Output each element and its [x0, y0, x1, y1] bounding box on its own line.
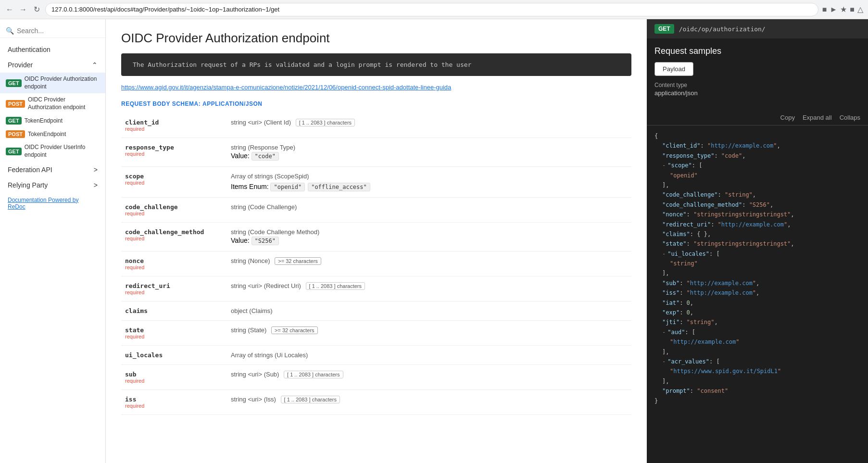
param-type-claims: object (Claims) [231, 307, 628, 314]
table-row: redirect_uri required string <uri> (Redi… [121, 276, 631, 301]
sidebar-provider-label: Provider [8, 61, 33, 69]
forward-button[interactable]: → [18, 5, 28, 14]
copy-button[interactable]: Copy [780, 114, 795, 121]
sidebar-item-provider[interactable]: Provider ⌃ [0, 57, 105, 73]
param-name-redirect-uri: redirect_uri [125, 282, 223, 289]
content-type-value: application/json [654, 89, 860, 97]
panel-actions: Copy Expand all Collaps [647, 110, 868, 125]
table-row: scope required Array of strings (ScopeSp… [121, 167, 631, 198]
table-row: code_challenge required string (Code Cha… [121, 198, 631, 223]
param-name-code-challenge-method: code_challenge_method [125, 228, 223, 236]
sidebar-get-userinfo-label: OIDC Provider UserInfo endpoint [25, 144, 98, 159]
expand-all-button[interactable]: Expand all [803, 114, 832, 121]
sidebar-item-post-token-endpoint[interactable]: POST TokenEndpoint [0, 127, 105, 141]
payload-button[interactable]: Payload [654, 62, 693, 76]
extensions-icon: ■ [822, 5, 827, 14]
param-name-code-challenge: code_challenge [125, 203, 223, 211]
char-badge-redirect-uri: [ 1 .. 2083 ] characters [306, 282, 365, 290]
description-box: The Authorization request of a RPs is va… [121, 53, 631, 76]
param-type-scope: Array of strings (ScopeSpid) [231, 173, 628, 180]
external-link[interactable]: https://www.agid.gov.it/it/agenzia/stamp… [121, 84, 631, 91]
param-name-sub: sub [125, 371, 223, 378]
param-type-code-challenge: string (Code Challenge) [231, 203, 628, 211]
param-name-response-type: response_type [125, 144, 223, 151]
puzzle-icon: ■ [850, 5, 855, 14]
get-badge-3: GET [6, 148, 22, 155]
table-row: iss required string <uri> (Iss) [ 1 .. 2… [121, 390, 631, 415]
param-type-code-challenge-method: string (Code Challenge Method) [231, 228, 628, 236]
page-title: OIDC Provider Authorization endpoint [121, 31, 631, 46]
json-acr-link[interactable]: https://www.spid.gov.it/SpidL1 [673, 368, 778, 375]
right-panel-header: GET /oidc/op/authorization/ [647, 19, 868, 38]
sidebar-item-federation-api[interactable]: Federation API > [0, 162, 105, 177]
param-type-state: string (State) >= 32 characters [231, 326, 628, 334]
table-row: code_challenge_method required string (C… [121, 223, 631, 251]
table-row: nonce required string (Nonce) >= 32 char… [121, 251, 631, 276]
back-button[interactable]: ← [5, 5, 14, 14]
param-type-client-id: string <uri> (Client Id) [ 1 .. 2083 ] c… [231, 119, 628, 126]
param-type-sub: string <uri> (Sub) [ 1 .. 2083 ] charact… [231, 371, 628, 378]
content-type-label: Content type [654, 82, 860, 88]
chevron-right-icon-federation: > [94, 166, 98, 174]
json-aud-link[interactable]: http://example.com [673, 338, 736, 345]
table-row: ui_locales Array of strings (Ui Locales) [121, 346, 631, 365]
param-required-code-challenge-method: required [125, 236, 223, 241]
post-badge-1: POST [6, 100, 25, 108]
param-type-iss: string <uri> (Iss) [ 1 .. 2083 ] charact… [231, 396, 628, 403]
param-required-scope: required [125, 180, 223, 186]
sidebar-item-authentication[interactable]: Authentication [0, 42, 105, 57]
table-row: client_id required string <uri> (Client … [121, 113, 631, 138]
param-name-client-id: client_id [125, 119, 223, 126]
sidebar-get-token-label: TokenEndpoint [25, 117, 63, 125]
param-name-scope: scope [125, 173, 223, 180]
sidebar-item-get-token-endpoint[interactable]: GET TokenEndpoint [0, 114, 105, 127]
json-client-id-link[interactable]: http://example.com [711, 142, 773, 149]
sidebar-post-token-label: TokenEndpoint [28, 131, 66, 138]
description-text: The Authorization request of a RPs is va… [133, 61, 471, 68]
param-type-nonce: string (Nonce) >= 32 characters [231, 257, 628, 265]
table-row: state required string (State) >= 32 char… [121, 321, 631, 346]
url-bar[interactable] [45, 3, 818, 16]
param-required-sub: required [125, 378, 223, 384]
app-layout: 🔍 Authentication Provider ⌃ GET OIDC Pro… [0, 19, 868, 463]
sidebar-item-relying-party[interactable]: Relying Party > [0, 177, 105, 193]
search-input[interactable] [17, 27, 100, 35]
right-panel-method-badge: GET [654, 24, 674, 34]
json-iss-link[interactable]: http://example.com [690, 289, 753, 296]
chevron-right-icon-rp: > [94, 181, 98, 189]
param-required-redirect-uri: required [125, 289, 223, 295]
sidebar-item-get-userinfo-endpoint[interactable]: GET OIDC Provider UserInfo endpoint [0, 141, 105, 162]
sidebar-item-post-auth-endpoint[interactable]: POST OIDC Provider Authorization endpoin… [0, 93, 105, 114]
param-required-code-challenge: required [125, 211, 223, 216]
sidebar-authentication-label: Authentication [8, 46, 50, 53]
refresh-button[interactable]: ↻ [32, 5, 41, 14]
main-content: OIDC Provider Authorization endpoint The… [106, 19, 647, 463]
right-panel-endpoint-path: /oidc/op/authorization/ [679, 25, 766, 33]
sidebar: 🔍 Authentication Provider ⌃ GET OIDC Pro… [0, 19, 106, 463]
sidebar-get-auth-label-1: OIDC Provider Authorization endpoint [25, 75, 98, 90]
param-value-code-challenge-method: Value: "S256" [231, 236, 628, 245]
sidebar-search-container[interactable]: 🔍 [0, 24, 105, 38]
schema-label: REQUEST BODY SCHEMA: application/json [121, 100, 631, 107]
collapse-all-button[interactable]: Collaps [840, 114, 860, 121]
param-required-response-type: required [125, 151, 223, 157]
send-icon: ► [830, 5, 837, 14]
param-required-client-id: required [125, 126, 223, 132]
char-badge-iss: [ 1 .. 2083 ] characters [281, 396, 340, 403]
sidebar-footer-link[interactable]: Documentation Powered by ReDoc [0, 193, 105, 214]
sidebar-item-get-auth-endpoint-1[interactable]: GET OIDC Provider Authorization endpoint [0, 73, 105, 93]
browser-icons: ■ ► ★ ■ △ [822, 5, 863, 14]
browser-chrome: ← → ↻ ■ ► ★ ■ △ [0, 0, 868, 19]
sidebar-relying-party-label: Relying Party [8, 181, 48, 189]
table-row: claims object (Claims) [121, 301, 631, 321]
json-redirect-uri-link[interactable]: http://example.com [721, 221, 784, 228]
table-row: response_type required string (Response … [121, 138, 631, 167]
param-name-state: state [125, 326, 223, 334]
params-table: client_id required string <uri> (Client … [121, 113, 631, 415]
param-enum-scope: Items Enum: "openid" "offline_access" [231, 182, 628, 191]
sidebar-post-auth-label: OIDC Provider Authorization endpoint [28, 96, 98, 111]
param-value-response-type: Value: "code" [231, 151, 628, 161]
json-sub-link[interactable]: http://example.com [690, 280, 753, 287]
get-badge-1: GET [6, 79, 22, 87]
right-panel-samples-section: Request samples Payload Content type app… [647, 38, 868, 110]
